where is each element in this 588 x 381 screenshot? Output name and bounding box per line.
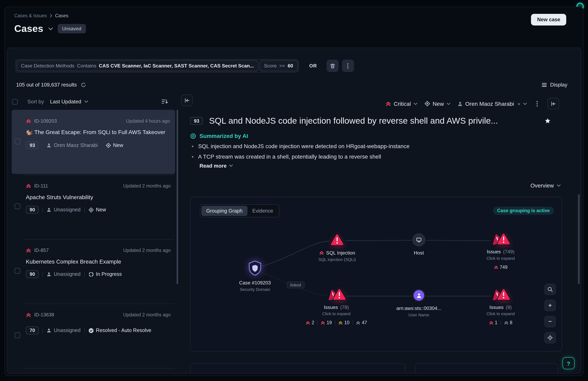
node-host[interactable]: Host: [385, 233, 453, 256]
warning-triangle-icon: [496, 232, 511, 245]
status-in-progress-icon: [88, 272, 94, 277]
case-detail-panel: Critical New Oren Maoz Sharabi × ⋮: [190, 95, 573, 373]
graph-search-button[interactable]: [545, 284, 556, 295]
status-label: New: [113, 142, 123, 148]
status-new-diamond-icon: [88, 207, 94, 212]
divider: [501, 321, 501, 325]
display-menu-icon: [542, 82, 547, 87]
assignee-select[interactable]: Oren Maoz Sharabi ×: [458, 100, 527, 107]
severity-value: Critical: [394, 100, 411, 107]
status-label: In Progress: [96, 271, 122, 277]
case-updated: Updated 2 months ago: [123, 247, 170, 253]
filter-more-button[interactable]: ⋮: [342, 60, 354, 72]
severity-count: 749: [500, 264, 507, 270]
display-toggle[interactable]: Display: [542, 82, 567, 88]
tab-grouping-graph[interactable]: Grouping Graph: [201, 206, 247, 216]
section-dropdown[interactable]: Overview: [530, 182, 561, 189]
node-issues-749[interactable]: Issues (749) Click to expand 749: [467, 232, 534, 270]
refresh-icon[interactable]: [81, 82, 86, 87]
node-subtitle: User Name: [408, 313, 429, 317]
host-monitor-icon: [413, 233, 425, 246]
severity-count: 47: [362, 320, 367, 325]
fit-view-button[interactable]: [545, 332, 556, 343]
sort-by-label: Sort by: [27, 99, 44, 105]
case-checkbox[interactable]: [15, 203, 20, 209]
case-card[interactable]: ID-111 Updated 2 months ago Apache Strut…: [12, 175, 176, 239]
node-sql-injection[interactable]: SQL Injection SQL injection (SQLi): [303, 233, 371, 261]
user-avatar-icon: [413, 289, 425, 302]
node-title: arn:aws:sts::00304...: [397, 305, 441, 311]
assignee-name: Oren Maoz Sharabi: [54, 142, 98, 148]
status-new-diamond-icon: [106, 143, 111, 148]
case-checkbox[interactable]: [15, 268, 20, 274]
status-label: New: [96, 207, 106, 213]
title-chevron-down-icon[interactable]: [48, 27, 53, 30]
remove-assignee-icon[interactable]: ×: [518, 100, 521, 107]
summary-bullet: •SQL injection and NodeJS code injection…: [191, 143, 409, 149]
chevron-down-icon: [523, 102, 527, 105]
or-operator-label[interactable]: OR: [309, 63, 317, 69]
severity-count: 2: [312, 320, 314, 325]
zoom-in-button[interactable]: +: [545, 300, 556, 311]
score-badge: 93: [190, 117, 203, 125]
case-card[interactable]: ID-13638 Updated 2 months ago 70 Unassig…: [12, 304, 176, 368]
severity-medium-icon: [338, 321, 343, 325]
breadcrumb-current[interactable]: Cases: [55, 13, 68, 18]
severity-select[interactable]: Critical: [385, 100, 417, 107]
node-user[interactable]: arn:aws:sts::00304... User Name: [385, 289, 453, 317]
score-badge: 70: [26, 326, 39, 334]
filter-value: 60: [288, 63, 293, 69]
node-issues-78[interactable]: Issues (78) Click to expand 2 19 10 47: [303, 288, 370, 325]
node-case[interactable]: Case #109203 Security Domain: [221, 260, 289, 292]
list-scrollbar[interactable]: [176, 110, 178, 284]
sort-descending-icon[interactable]: [161, 99, 168, 105]
node-count: (749): [503, 249, 514, 255]
graph-tabs: Grouping Graph Evidence: [200, 204, 279, 217]
case-title: 🐿️ The Great Escape: From SQLi to Full A…: [26, 129, 170, 136]
collapse-detail-button[interactable]: [547, 98, 559, 109]
node-issues-9[interactable]: Issues (9) Click to expand 1 8: [467, 288, 534, 325]
zoom-out-button[interactable]: −: [545, 316, 556, 327]
case-id: ID-109203: [34, 118, 57, 124]
detail-more-button[interactable]: ⋮: [534, 100, 540, 108]
new-case-button[interactable]: New case: [531, 14, 566, 25]
warning-triangle-icon: [330, 233, 344, 246]
severity-critical-icon: [494, 265, 498, 269]
severity-critical-icon: [306, 321, 310, 325]
case-checkbox[interactable]: [15, 139, 20, 144]
case-checkbox[interactable]: [15, 332, 20, 338]
filter-detection-methods[interactable]: Case Detection Methods Contains CAS CVE …: [17, 60, 258, 71]
status-select[interactable]: New: [424, 100, 450, 107]
tab-evidence[interactable]: Evidence: [247, 206, 278, 216]
sort-dropdown[interactable]: Last Updated: [50, 99, 88, 105]
node-title: Issues: [324, 304, 338, 310]
delete-filter-button[interactable]: [327, 60, 339, 72]
detail-title-row: 93 SQL and NodeJS code injection followe…: [190, 116, 551, 126]
star-icon[interactable]: [545, 118, 551, 124]
score-badge: 90: [26, 270, 39, 278]
case-card[interactable]: ID-109203 Updated 4 hours ago 🐿️ The Gre…: [12, 110, 175, 174]
person-icon: [416, 292, 422, 298]
detail-meta-row: Critical New Oren Maoz Sharabi × ⋮: [385, 98, 559, 109]
grouping-active-badge: Case grouping is active: [493, 207, 554, 215]
case-status: New: [88, 207, 106, 213]
read-more-button[interactable]: Read more: [199, 162, 233, 169]
severity-critical-icon: [321, 321, 325, 325]
ai-summary-header: Summarized by AI: [190, 133, 248, 139]
main-panel: Case Detection Methods Contains CAS CVE …: [7, 48, 581, 374]
help-button[interactable]: ?: [563, 357, 575, 369]
case-card[interactable]: ID-857 Updated 2 months ago Kubernetes C…: [12, 239, 176, 303]
collapse-panel-icon: [550, 100, 556, 107]
breadcrumb-root[interactable]: Cases & Issues: [14, 13, 47, 18]
severity-low-icon: [504, 321, 508, 325]
detail-scrollbar[interactable]: [578, 194, 580, 284]
bullet-dot: •: [191, 143, 194, 149]
select-all-checkbox[interactable]: [12, 99, 18, 104]
filter-field-label: Case Detection Methods: [21, 63, 75, 69]
severity-count: 10: [344, 320, 349, 325]
assignee-name: Unassigned: [54, 328, 81, 333]
filter-operator: >=: [279, 63, 285, 69]
filter-score[interactable]: Score >= 60: [259, 60, 298, 71]
case-card-body: ID-111 Updated 2 months ago Apache Strut…: [12, 175, 176, 214]
case-cards: ID-109203 Updated 4 hours ago 🐿️ The Gre…: [12, 110, 176, 373]
